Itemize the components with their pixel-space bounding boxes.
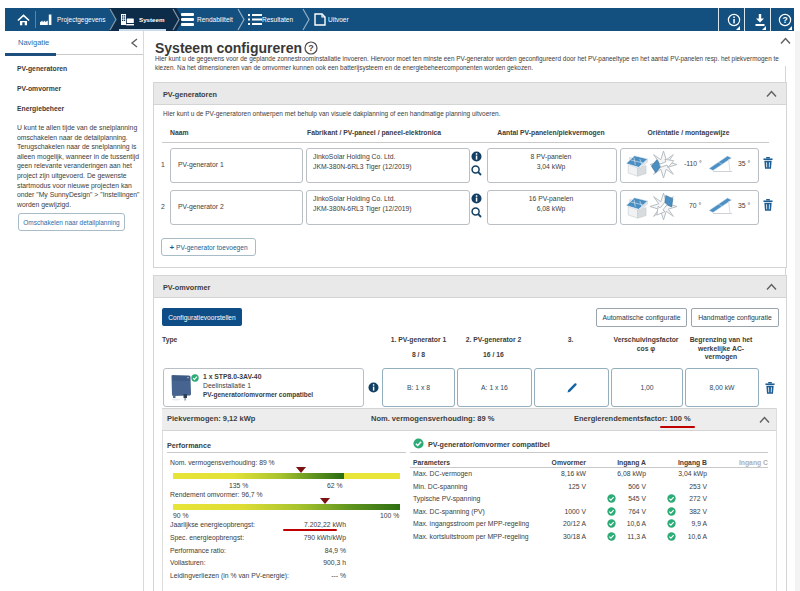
svg-text:?: ? (308, 43, 314, 53)
svg-text:?: ? (782, 15, 787, 25)
